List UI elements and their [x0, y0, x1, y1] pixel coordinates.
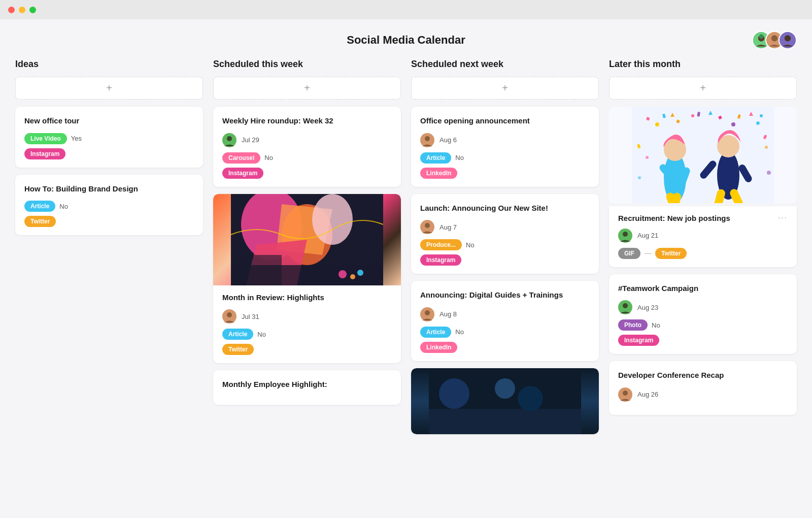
svg-point-4	[771, 35, 777, 41]
svg-point-21	[227, 312, 232, 317]
svg-point-25	[425, 223, 430, 228]
yes-no-1: Yes	[71, 135, 82, 142]
titlebar	[0, 0, 812, 19]
card-digital-guides-title: Announcing: Digital Guides + Trainings	[420, 290, 590, 300]
svg-rect-40	[756, 121, 760, 125]
card-launch-new-site: Launch: Announcing Our New Site! Aug 7 P…	[411, 194, 599, 274]
svg-rect-33	[632, 107, 774, 203]
more-options-btn[interactable]: ···	[778, 213, 788, 222]
svg-point-43	[731, 122, 735, 126]
header: Social Media Calendar	[15, 19, 797, 59]
column-scheduled-next-week: Scheduled next week + Office opening ann…	[411, 59, 599, 441]
card-recruitment: Recruitment: New job postings ··· Aug 21…	[609, 206, 797, 267]
illustration-card	[609, 107, 797, 203]
svg-point-44	[760, 114, 763, 117]
traffic-light-yellow[interactable]	[19, 7, 25, 13]
svg-point-18	[350, 274, 355, 279]
card-new-office-tour: New office tour Live Video Yes Instagram	[15, 107, 203, 168]
card-weekly-hire: Weekly Hire roundup: Week 32 Jul 29 Caro…	[213, 107, 401, 187]
svg-point-29	[439, 378, 469, 409]
card-next-week-partial	[411, 368, 599, 434]
no-text-1: No	[59, 203, 68, 210]
column-scheduled-this-week: Scheduled this week + Weekly Hire roundu…	[213, 59, 401, 441]
column-scheduled-next-week-header: Scheduled next week	[411, 59, 599, 70]
svg-point-13	[312, 194, 353, 245]
tag-twitter-2: Twitter	[222, 344, 254, 355]
tag-instagram-2: Instagram	[222, 168, 263, 179]
card-developer-conf: Developer Conference Recap Aug 26	[609, 361, 797, 415]
card-new-office-tour-title: New office tour	[24, 116, 194, 126]
svg-point-6	[785, 35, 791, 41]
svg-rect-31	[429, 409, 581, 434]
avatar-small-1	[222, 133, 236, 147]
card-month-review-title: Month in Review: Highlights	[222, 293, 392, 303]
no-text-2: No	[264, 154, 273, 161]
avatar-small-2	[222, 309, 236, 323]
svg-point-60	[646, 156, 649, 159]
date-developer-conf: Aug 26	[637, 391, 658, 398]
card-dark-image	[411, 368, 599, 434]
avatar-small-5	[420, 307, 434, 321]
page-title: Social Media Calendar	[347, 34, 465, 47]
avatar-small-7	[618, 300, 632, 314]
column-ideas: Ideas + New office tour Live Video Yes I…	[15, 59, 203, 441]
tag-produce-1: Produce...	[420, 239, 462, 250]
column-later-this-month-header: Later this month	[609, 59, 797, 70]
card-building-brand: How To: Building Brand Design Article No…	[15, 175, 203, 236]
svg-point-63	[767, 171, 771, 175]
tag-instagram-3: Instagram	[420, 254, 461, 266]
svg-point-2	[759, 34, 764, 39]
svg-point-61	[765, 146, 768, 149]
card-office-opening-title: Office opening announcement	[420, 116, 590, 126]
no-text-3: No	[257, 331, 266, 338]
card-weekly-hire-title: Weekly Hire roundup: Week 32	[222, 116, 392, 126]
svg-point-30	[495, 378, 515, 399]
card-image-month-review	[213, 194, 401, 285]
traffic-light-red[interactable]	[8, 7, 15, 13]
date-teamwork: Aug 23	[637, 304, 658, 311]
tag-twitter-3: Twitter	[655, 248, 687, 259]
date-weekly-hire: Jul 29	[242, 136, 259, 144]
column-scheduled-this-week-header: Scheduled this week	[213, 59, 401, 70]
svg-point-23	[425, 136, 430, 141]
add-next-week-button[interactable]: +	[411, 77, 599, 100]
date-month-review: Jul 31	[242, 313, 259, 320]
avatar-small-4	[420, 220, 434, 234]
add-ideas-button[interactable]: +	[15, 77, 203, 100]
card-recruitment-title: Recruitment: New job postings	[618, 213, 730, 223]
card-weekly-hire-meta: Jul 29	[222, 133, 392, 147]
svg-point-67	[623, 232, 628, 237]
svg-point-8	[227, 136, 232, 141]
date-recruitment: Aug 21	[637, 232, 658, 239]
avatar-small-3	[420, 133, 434, 147]
svg-point-69	[623, 303, 628, 308]
add-later-button[interactable]: +	[609, 77, 797, 100]
tag-instagram-4: Instagram	[618, 335, 659, 346]
avatar-3	[779, 31, 797, 49]
avatar-small-6	[618, 229, 632, 243]
add-this-week-button[interactable]: +	[213, 77, 401, 100]
avatar-group	[752, 31, 797, 49]
svg-point-71	[623, 391, 628, 396]
traffic-light-green[interactable]	[29, 7, 36, 13]
tag-twitter-1: Twitter	[24, 216, 56, 227]
tag-linkedin-2: LinkedIn	[420, 342, 457, 353]
tag-article-3: Article	[420, 152, 451, 164]
card-office-opening: Office opening announcement Aug 6 Articl…	[411, 107, 599, 187]
svg-point-32	[518, 386, 543, 411]
kanban-board: Ideas + New office tour Live Video Yes I…	[15, 59, 797, 441]
svg-point-27	[425, 310, 430, 315]
card-building-brand-title: How To: Building Brand Design	[24, 184, 194, 194]
tag-article-4: Article	[420, 327, 451, 338]
no-text-7: No	[652, 321, 660, 329]
card-month-review: Month in Review: Highlights Jul 31 Artic…	[213, 194, 401, 364]
card-developer-conf-title: Developer Conference Recap	[618, 370, 788, 380]
card-launch-new-site-title: Launch: Announcing Our New Site!	[420, 203, 590, 213]
no-text-5: No	[466, 241, 475, 249]
card-digital-guides: Announcing: Digital Guides + Trainings A…	[411, 281, 599, 361]
tag-instagram-1: Instagram	[24, 148, 65, 159]
no-text-6: No	[455, 328, 464, 336]
svg-point-62	[638, 176, 641, 179]
separator-1: —	[645, 249, 651, 257]
no-text-4: No	[455, 154, 464, 161]
